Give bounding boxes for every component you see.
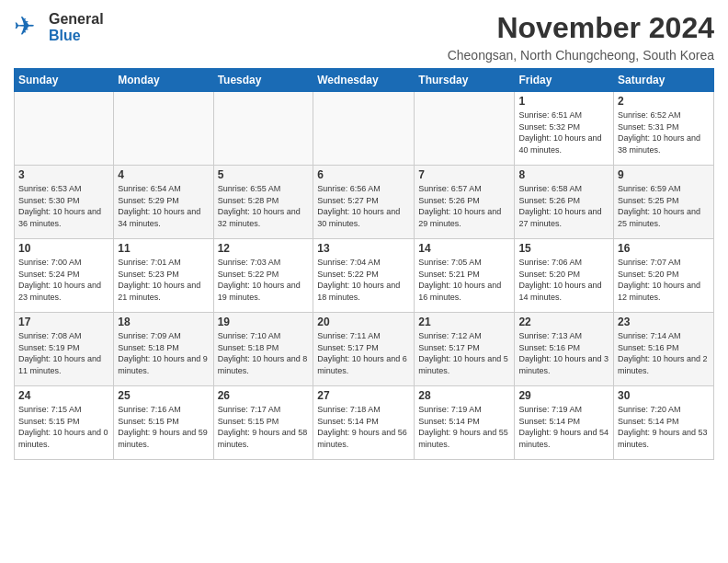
day-info: Sunrise: 7:19 AM Sunset: 5:14 PM Dayligh…: [418, 404, 510, 450]
day-number: 21: [418, 316, 510, 328]
calendar-cell: 2Sunrise: 6:52 AM Sunset: 5:31 PM Daylig…: [614, 92, 714, 166]
day-info: Sunrise: 6:54 AM Sunset: 5:29 PM Dayligh…: [118, 183, 209, 229]
day-info: Sunrise: 6:52 AM Sunset: 5:31 PM Dayligh…: [618, 109, 710, 155]
day-number: 17: [18, 316, 109, 328]
day-number: 13: [317, 242, 410, 255]
calendar-cell: 4Sunrise: 6:54 AM Sunset: 5:29 PM Daylig…: [114, 166, 213, 239]
calendar-cell: [415, 92, 515, 166]
day-number: 26: [218, 389, 310, 402]
day-info: Sunrise: 7:10 AM Sunset: 5:18 PM Dayligh…: [218, 330, 310, 376]
day-info: Sunrise: 7:09 AM Sunset: 5:18 PM Dayligh…: [118, 330, 209, 376]
day-number: 24: [18, 389, 109, 402]
day-number: 2: [618, 95, 710, 108]
calendar-header-saturday: Saturday: [614, 69, 714, 92]
calendar-cell: 17Sunrise: 7:08 AM Sunset: 5:19 PM Dayli…: [15, 313, 114, 386]
day-number: 29: [518, 389, 609, 402]
calendar-header-wednesday: Wednesday: [313, 69, 415, 92]
logo-general: General: [49, 11, 104, 28]
day-number: 6: [317, 168, 410, 181]
day-info: Sunrise: 7:19 AM Sunset: 5:14 PM Dayligh…: [518, 404, 609, 450]
calendar-cell: 5Sunrise: 6:55 AM Sunset: 5:28 PM Daylig…: [213, 166, 313, 239]
calendar-header-monday: Monday: [114, 69, 213, 92]
day-info: Sunrise: 7:07 AM Sunset: 5:20 PM Dayligh…: [618, 257, 710, 303]
day-info: Sunrise: 6:55 AM Sunset: 5:28 PM Dayligh…: [218, 183, 310, 229]
day-number: 25: [118, 389, 209, 402]
day-info: Sunrise: 7:18 AM Sunset: 5:14 PM Dayligh…: [317, 404, 410, 450]
logo-icon: ✈: [14, 9, 47, 46]
day-info: Sunrise: 7:01 AM Sunset: 5:23 PM Dayligh…: [118, 257, 209, 303]
day-info: Sunrise: 7:03 AM Sunset: 5:22 PM Dayligh…: [218, 257, 310, 303]
calendar-cell: 21Sunrise: 7:12 AM Sunset: 5:17 PM Dayli…: [415, 313, 515, 386]
header: ✈ General Blue November 2024: [14, 9, 714, 46]
calendar-cell: 20Sunrise: 7:11 AM Sunset: 5:17 PM Dayli…: [313, 313, 415, 386]
day-number: 30: [618, 389, 710, 402]
title-block: November 2024: [496, 11, 714, 45]
calendar-cell: 24Sunrise: 7:15 AM Sunset: 5:15 PM Dayli…: [15, 386, 114, 460]
calendar-cell: 16Sunrise: 7:07 AM Sunset: 5:20 PM Dayli…: [614, 239, 714, 313]
day-number: 23: [618, 316, 710, 328]
day-info: Sunrise: 7:05 AM Sunset: 5:21 PM Dayligh…: [418, 257, 510, 303]
day-info: Sunrise: 7:20 AM Sunset: 5:14 PM Dayligh…: [618, 404, 710, 450]
day-info: Sunrise: 7:11 AM Sunset: 5:17 PM Dayligh…: [317, 330, 410, 376]
calendar-cell: 22Sunrise: 7:13 AM Sunset: 5:16 PM Dayli…: [515, 313, 614, 386]
day-info: Sunrise: 7:16 AM Sunset: 5:15 PM Dayligh…: [118, 404, 209, 450]
day-info: Sunrise: 7:15 AM Sunset: 5:15 PM Dayligh…: [18, 404, 109, 450]
calendar-cell: 13Sunrise: 7:04 AM Sunset: 5:22 PM Dayli…: [313, 239, 415, 313]
day-number: 3: [18, 168, 109, 181]
day-number: 27: [317, 389, 410, 402]
calendar-cell: 7Sunrise: 6:57 AM Sunset: 5:26 PM Daylig…: [415, 166, 515, 239]
calendar-cell: 30Sunrise: 7:20 AM Sunset: 5:14 PM Dayli…: [614, 386, 714, 460]
day-info: Sunrise: 7:14 AM Sunset: 5:16 PM Dayligh…: [618, 330, 710, 376]
day-number: 1: [518, 95, 609, 108]
calendar-cell: 3Sunrise: 6:53 AM Sunset: 5:30 PM Daylig…: [15, 166, 114, 239]
day-info: Sunrise: 6:51 AM Sunset: 5:32 PM Dayligh…: [518, 109, 609, 155]
day-number: 19: [218, 316, 310, 328]
calendar-cell: 19Sunrise: 7:10 AM Sunset: 5:18 PM Dayli…: [213, 313, 313, 386]
calendar-week-3: 17Sunrise: 7:08 AM Sunset: 5:19 PM Dayli…: [15, 313, 714, 386]
calendar-header-friday: Friday: [515, 69, 614, 92]
calendar-cell: 18Sunrise: 7:09 AM Sunset: 5:18 PM Dayli…: [114, 313, 213, 386]
calendar-cell: [15, 92, 114, 166]
calendar-cell: 25Sunrise: 7:16 AM Sunset: 5:15 PM Dayli…: [114, 386, 213, 460]
day-info: Sunrise: 6:53 AM Sunset: 5:30 PM Dayligh…: [18, 183, 109, 229]
logo: ✈ General Blue: [14, 9, 104, 46]
day-number: 10: [18, 242, 109, 255]
day-number: 11: [118, 242, 209, 255]
day-info: Sunrise: 6:56 AM Sunset: 5:27 PM Dayligh…: [317, 183, 410, 229]
calendar-cell: 28Sunrise: 7:19 AM Sunset: 5:14 PM Dayli…: [415, 386, 515, 460]
calendar-cell: 26Sunrise: 7:17 AM Sunset: 5:15 PM Dayli…: [213, 386, 313, 460]
logo-text: General Blue: [49, 11, 104, 43]
calendar-week-1: 3Sunrise: 6:53 AM Sunset: 5:30 PM Daylig…: [15, 166, 714, 239]
calendar-cell: 6Sunrise: 6:56 AM Sunset: 5:27 PM Daylig…: [313, 166, 415, 239]
month-title: November 2024: [496, 11, 714, 45]
calendar-week-4: 24Sunrise: 7:15 AM Sunset: 5:15 PM Dayli…: [15, 386, 714, 460]
svg-text:✈: ✈: [14, 12, 35, 40]
day-number: 16: [618, 242, 710, 255]
day-info: Sunrise: 7:13 AM Sunset: 5:16 PM Dayligh…: [518, 330, 609, 376]
day-info: Sunrise: 7:08 AM Sunset: 5:19 PM Dayligh…: [18, 330, 109, 376]
calendar-week-2: 10Sunrise: 7:00 AM Sunset: 5:24 PM Dayli…: [15, 239, 714, 313]
day-number: 8: [518, 168, 609, 181]
calendar-cell: 12Sunrise: 7:03 AM Sunset: 5:22 PM Dayli…: [213, 239, 313, 313]
calendar-cell: 14Sunrise: 7:05 AM Sunset: 5:21 PM Dayli…: [415, 239, 515, 313]
calendar-cell: 8Sunrise: 6:58 AM Sunset: 5:26 PM Daylig…: [515, 166, 614, 239]
calendar-cell: [313, 92, 415, 166]
day-number: 4: [118, 168, 209, 181]
day-info: Sunrise: 7:06 AM Sunset: 5:20 PM Dayligh…: [518, 257, 609, 303]
calendar-cell: [213, 92, 313, 166]
day-info: Sunrise: 7:12 AM Sunset: 5:17 PM Dayligh…: [418, 330, 510, 376]
calendar-cell: 23Sunrise: 7:14 AM Sunset: 5:16 PM Dayli…: [614, 313, 714, 386]
day-number: 9: [618, 168, 710, 181]
day-number: 7: [418, 168, 510, 181]
day-number: 22: [518, 316, 609, 328]
calendar-cell: 10Sunrise: 7:00 AM Sunset: 5:24 PM Dayli…: [15, 239, 114, 313]
calendar-week-0: 1Sunrise: 6:51 AM Sunset: 5:32 PM Daylig…: [15, 92, 714, 166]
day-number: 14: [418, 242, 510, 255]
day-info: Sunrise: 6:59 AM Sunset: 5:25 PM Dayligh…: [618, 183, 710, 229]
calendar-header-thursday: Thursday: [415, 69, 515, 92]
subtitle: Cheongsan, North Chungcheong, South Kore…: [14, 48, 714, 63]
day-number: 18: [118, 316, 209, 328]
logo-blue: Blue: [49, 28, 104, 44]
day-number: 20: [317, 316, 410, 328]
day-info: Sunrise: 7:00 AM Sunset: 5:24 PM Dayligh…: [18, 257, 109, 303]
